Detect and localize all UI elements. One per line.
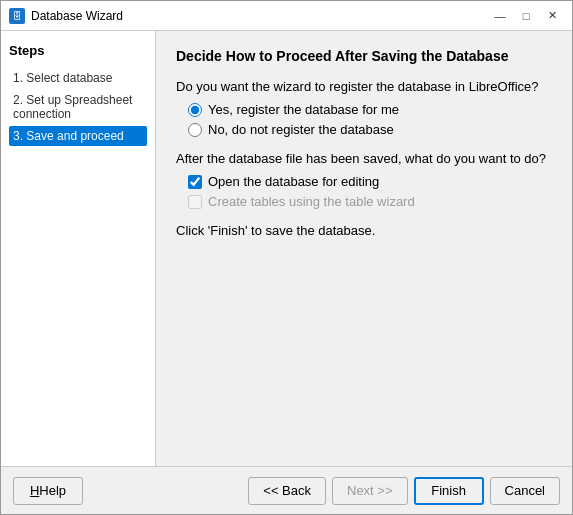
minimize-button[interactable]: — [488, 6, 512, 26]
help-button[interactable]: HHelp [13, 477, 83, 505]
checkbox-open-input[interactable] [188, 175, 202, 189]
title-bar: 🗄 Database Wizard — □ ✕ [1, 1, 572, 31]
register-question: Do you want the wizard to register the d… [176, 79, 552, 94]
close-button[interactable]: ✕ [540, 6, 564, 26]
footer-left: HHelp [13, 477, 240, 505]
finish-button[interactable]: Finish [414, 477, 484, 505]
finish-note: Click 'Finish' to save the database. [176, 223, 552, 238]
after-question: After the database file has been saved, … [176, 151, 552, 166]
sidebar: Steps 1. Select database 2. Set up Sprea… [1, 31, 156, 466]
help-underline: HHelp [30, 483, 66, 498]
window-icon: 🗄 [9, 8, 25, 24]
sidebar-heading: Steps [9, 43, 147, 58]
cancel-button[interactable]: Cancel [490, 477, 560, 505]
sidebar-item-spreadsheet[interactable]: 2. Set up Spreadsheet connection [9, 90, 147, 124]
checkbox-tables-text: Create tables using the table wizard [208, 194, 415, 209]
sidebar-item-save-proceed[interactable]: 3. Save and proceed [9, 126, 147, 146]
footer: HHelp << Back Next >> Finish Cancel [1, 466, 572, 514]
checkbox-open-label[interactable]: Open the database for editing [188, 174, 552, 189]
radio-yes-text: Yes, register the database for me [208, 102, 399, 117]
radio-yes-label[interactable]: Yes, register the database for me [188, 102, 552, 117]
checkbox-open-text: Open the database for editing [208, 174, 379, 189]
checkbox-tables-label: Create tables using the table wizard [188, 194, 552, 209]
content-area: Steps 1. Select database 2. Set up Sprea… [1, 31, 572, 466]
footer-right: << Back Next >> Finish Cancel [248, 477, 560, 505]
register-radio-group: Yes, register the database for me No, do… [188, 102, 552, 137]
back-button[interactable]: << Back [248, 477, 326, 505]
title-bar-controls: — □ ✕ [488, 6, 564, 26]
page-title: Decide How to Proceed After Saving the D… [176, 47, 552, 65]
window-title: Database Wizard [31, 9, 482, 23]
sidebar-item-select-database[interactable]: 1. Select database [9, 68, 147, 88]
radio-yes-input[interactable] [188, 103, 202, 117]
next-button[interactable]: Next >> [332, 477, 408, 505]
radio-no-label[interactable]: No, do not register the database [188, 122, 552, 137]
after-save-checkbox-group: Open the database for editing Create tab… [188, 174, 552, 209]
radio-no-input[interactable] [188, 123, 202, 137]
main-panel: Decide How to Proceed After Saving the D… [156, 31, 572, 466]
radio-no-text: No, do not register the database [208, 122, 394, 137]
checkbox-tables-input [188, 195, 202, 209]
maximize-button[interactable]: □ [514, 6, 538, 26]
database-wizard-window: 🗄 Database Wizard — □ ✕ Steps 1. Select … [0, 0, 573, 515]
